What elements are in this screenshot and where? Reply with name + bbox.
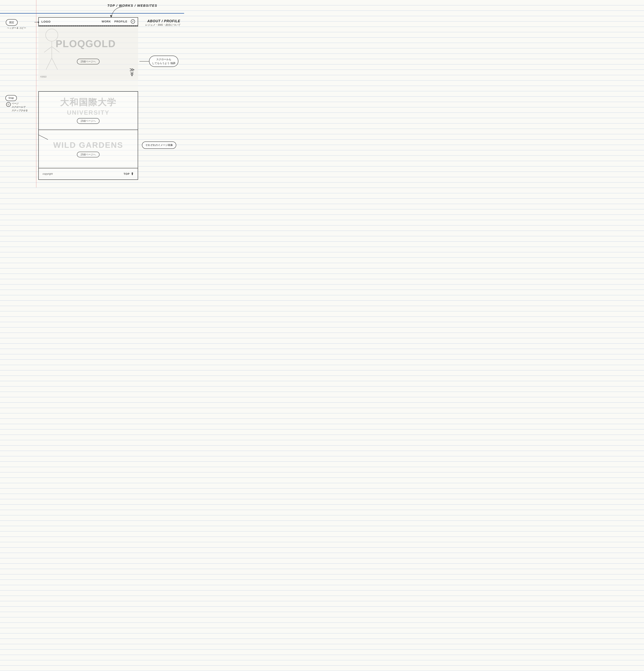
footer-box: copyright TOP ⬆ xyxy=(38,168,138,180)
breadcrumb: TOP / WORKS / WEBSITES xyxy=(108,4,157,8)
footer-copyright: copyright xyxy=(42,172,53,175)
image-annotation: それぞれのイメージ画像 xyxy=(138,130,180,149)
hero-copyright: ©2022 xyxy=(40,76,47,78)
scroll-bubble: スクロールも してもらうよう 強調 xyxy=(149,55,178,67)
header-nav: WORK PROFILE ✓ xyxy=(102,20,135,24)
fixed-bubble: 固定 xyxy=(6,19,18,26)
svg-marker-2 xyxy=(38,22,39,23)
work-title-wildgardens: WILD GARDENS xyxy=(53,140,123,150)
hero-gap xyxy=(38,80,138,91)
fixed-header-annotation: 固定 ヘッダー & コピー xyxy=(4,17,38,30)
work-subtitle-university: UNIVERSITY xyxy=(67,109,110,116)
work-detail-button-1[interactable]: 詳細ページへ xyxy=(77,118,100,124)
image-bubble: それぞれのイメージ画像 xyxy=(142,141,176,149)
work-section-wildgardens: WILD GARDENS 詳細ページへ xyxy=(38,130,138,168)
snap-bubble: Snap xyxy=(5,95,17,101)
svg-line-7 xyxy=(46,58,52,69)
work-title-university: 大和国際大学 xyxy=(60,97,116,107)
wireframe-header-area: LOGO WORK PROFILE ✓ xyxy=(38,17,138,80)
scroll-arrows: ≫ ≫ xyxy=(129,67,135,76)
footer-wrapper: copyright TOP ⬆ xyxy=(38,168,138,180)
footer-top-link[interactable]: TOP ⬆ xyxy=(124,172,134,176)
about-profile-annotation: ABOUT / PROFILE レジュメ・SNS・自分について xyxy=(138,17,180,27)
about-sub: レジュメ・SNS・自分について xyxy=(142,23,180,27)
scroll-connector xyxy=(139,60,150,63)
header-annotation-sub: ヘッダー & コピー xyxy=(7,26,38,30)
hero-figure xyxy=(40,27,65,75)
nav-profile[interactable]: PROFILE xyxy=(114,20,127,23)
work-item-1: 大和国際大学 UNIVERSITY 詳細ページへ xyxy=(38,91,138,130)
svg-marker-0 xyxy=(110,15,112,17)
about-title: ABOUT / PROFILE xyxy=(142,19,180,23)
snap-annotation: Snap G ページ スクロールで スナップさせる xyxy=(4,91,38,112)
header-checkmark-icon[interactable]: ✓ xyxy=(131,20,135,24)
svg-line-8 xyxy=(52,58,58,69)
svg-line-5 xyxy=(44,47,52,52)
hero-section: PLOQGOLD 詳細ページへ ©2022 ≫ ≫ xyxy=(38,26,138,80)
header-box: LOGO WORK PROFILE ✓ xyxy=(38,17,138,26)
hero-title: PLOQGOLD xyxy=(55,38,116,49)
snap-description: ページ スクロールで スナップさせる xyxy=(12,102,28,112)
work-detail-button-2[interactable]: 詳細ページへ xyxy=(77,152,100,157)
nav-work[interactable]: WORK xyxy=(102,20,111,23)
hero-detail-button[interactable]: 詳細ページへ xyxy=(77,59,100,64)
work-section-university: 大和国際大学 UNIVERSITY 詳細ページへ xyxy=(38,91,138,130)
header-logo: LOGO xyxy=(41,20,51,23)
fixed-connector xyxy=(35,20,40,24)
snap-icon: G xyxy=(6,102,11,107)
svg-line-10 xyxy=(38,135,48,140)
scroll-annotation: スクロールも してもらうよう 強調 xyxy=(149,55,178,67)
work-item-2: WILD GARDENS 詳細ページへ xyxy=(38,130,138,168)
image-connector xyxy=(38,134,50,141)
